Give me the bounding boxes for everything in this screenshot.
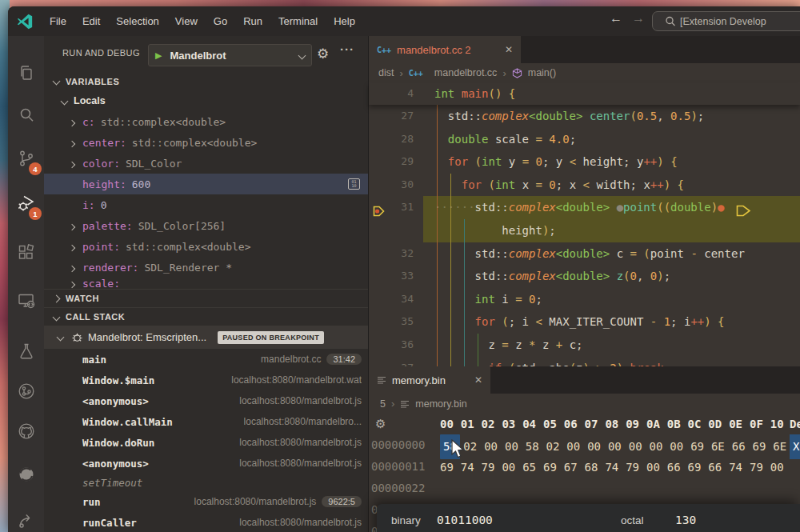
code-editor[interactable]: 27 std::complex<double> center(0.5, 0.5)… <box>369 105 800 366</box>
stack-frame[interactable]: <anonymous>localhost:8080/mandelbrot.js <box>44 453 368 474</box>
hex-byte[interactable]: 00 <box>566 436 587 458</box>
hex-byte[interactable]: 69 <box>543 457 564 478</box>
hex-byte[interactable]: 00 <box>502 457 522 478</box>
chevron-right-icon[interactable] <box>70 116 82 128</box>
hex-byte[interactable]: 00 <box>670 436 690 458</box>
hex-byte[interactable]: 69 <box>440 457 461 478</box>
hex-byte[interactable]: 66 <box>732 436 753 458</box>
stack-frame[interactable]: mainmandelbrot.cc31:42 <box>44 349 368 370</box>
activity-remote-explorer-icon[interactable] <box>8 282 44 319</box>
menu-selection[interactable]: Selection <box>108 12 166 30</box>
menu-edit[interactable]: Edit <box>74 12 108 30</box>
code-line[interactable]: 30 for (int x = 0; x < width; x++) { <box>369 174 800 197</box>
chevron-right-icon[interactable] <box>70 158 82 170</box>
activity-explorer-icon[interactable] <box>8 54 44 91</box>
activity-search-icon[interactable] <box>8 97 44 134</box>
hex-settings-gear-icon[interactable]: ⚙ <box>375 414 386 434</box>
variable-row[interactable]: height:6000110 <box>44 174 368 194</box>
stack-frame[interactable]: Window.doRunlocalhost:8080/mandelbrot.js <box>44 432 368 453</box>
sticky-scroll-line[interactable]: 4int main() { <box>369 82 800 105</box>
hex-byte[interactable]: 68 <box>585 457 606 478</box>
hex-byte[interactable]: 67 <box>564 457 585 478</box>
hex-byte[interactable]: 02 <box>546 436 567 458</box>
activity-run-debug-icon[interactable]: 1 <box>8 185 44 222</box>
hex-byte[interactable]: 00 <box>629 436 650 458</box>
close-icon[interactable]: ✕ <box>474 374 482 386</box>
scope-locals-row[interactable]: Locals <box>44 90 368 111</box>
hex-row[interactable]: 00000000580200005802000000000000696E6669… <box>369 434 800 456</box>
hex-byte[interactable]: 00 <box>650 436 670 458</box>
hex-byte[interactable]: 74 <box>461 457 482 478</box>
activity-browser-preview-icon[interactable] <box>8 456 44 493</box>
menu-terminal[interactable]: Terminal <box>270 12 326 30</box>
tab-mandelbrot-cc[interactable]: C++ mandelbrot.cc 2 ✕ <box>369 36 521 63</box>
code-line[interactable]: 33 std::complex<double> z(0, 0); <box>369 265 800 288</box>
menu-file[interactable]: File <box>42 12 74 30</box>
watch-section-header[interactable]: WATCH <box>44 289 368 307</box>
variable-row[interactable]: color:SDL_Color <box>44 153 368 174</box>
variables-section-header[interactable]: VARIABLES <box>44 72 368 90</box>
hex-byte[interactable]: 6E <box>711 436 732 458</box>
command-center-search[interactable]: [Extension Develop <box>652 11 800 31</box>
debug-session-row[interactable]: Mandelbrot: Emscripten... PAUSED ON BREA… <box>44 326 368 349</box>
hex-byte[interactable]: 79 <box>482 457 502 478</box>
code-line[interactable]: 29 for (int y = 0; y < height; y++) { <box>369 150 800 174</box>
breadcrumb-folder[interactable]: dist <box>378 67 394 78</box>
variable-row[interactable]: c:std::complex<double> <box>44 111 368 132</box>
hex-byte[interactable]: 74 <box>605 457 626 478</box>
callstack-section-header[interactable]: CALL STACK <box>44 307 368 326</box>
breadcrumb-file[interactable]: mandelbrot.cc <box>434 67 498 78</box>
hex-byte[interactable]: 79 <box>626 457 646 478</box>
menu-run[interactable]: Run <box>235 12 270 30</box>
close-icon[interactable]: ✕ <box>505 44 513 55</box>
chevron-right-icon[interactable] <box>70 137 82 149</box>
variable-row[interactable]: i:0 <box>44 194 368 215</box>
activity-testing-icon[interactable] <box>8 333 44 370</box>
stack-frame[interactable]: setTimeout <box>44 474 368 491</box>
hex-byte[interactable]: 00 <box>484 436 505 458</box>
code-line[interactable]: 27 std::complex<double> center(0.5, 0.5)… <box>369 105 800 128</box>
hex-row[interactable]: 00000022 <box>369 478 800 499</box>
activity-live-share-icon[interactable] <box>8 501 44 532</box>
hex-byte[interactable]: 00 <box>770 457 791 478</box>
hex-byte[interactable]: 00 <box>587 436 608 458</box>
code-line[interactable]: 36 z = z * z + c; <box>369 334 800 357</box>
chevron-right-icon[interactable] <box>70 278 82 289</box>
stack-frame[interactable]: Window.callMainlocalhost:8080/mandelbro.… <box>44 411 368 432</box>
code-line[interactable]: 31······std::complex<double> ●point((dou… <box>369 196 800 219</box>
menu-go[interactable]: Go <box>206 12 235 30</box>
tab-memory-bin[interactable]: memory.bin ✕ <box>369 366 490 394</box>
activity-github-pr-icon[interactable] <box>8 373 44 410</box>
hex-byte[interactable]: 00 <box>608 436 629 458</box>
stack-frame[interactable]: runlocalhost:8080/mandelbrot.js9622:5 <box>44 491 368 512</box>
chevron-right-icon[interactable] <box>70 241 82 253</box>
stack-frame[interactable]: <anonymous>localhost:8080/mandelbrot.js <box>44 390 368 411</box>
code-line[interactable]: 28 double scale = 4.0; <box>369 128 800 151</box>
memory-reference[interactable]: 5 <box>380 398 386 410</box>
hex-byte[interactable]: 74 <box>729 457 750 478</box>
forward-arrow-icon[interactable]: → <box>632 11 645 26</box>
activity-source-control-icon[interactable]: 4 <box>8 140 44 177</box>
code-line[interactable]: 37 if (std::abs(z) > 2) break; <box>369 357 800 366</box>
code-line[interactable]: 32 std::complex<double> c = (point - cen… <box>369 242 800 266</box>
code-line[interactable]: height); <box>369 219 800 242</box>
hex-byte[interactable]: 00 <box>505 436 526 458</box>
menu-view[interactable]: View <box>167 12 206 30</box>
menu-help[interactable]: Help <box>326 12 363 30</box>
hex-byte[interactable]: 69 <box>690 436 711 458</box>
hex-byte[interactable]: 69 <box>688 457 709 478</box>
panel-breadcrumb-file[interactable]: memory.bin <box>415 398 466 410</box>
variable-row[interactable]: palette:SDL_Color[256] <box>44 215 368 236</box>
breadcrumb-symbol[interactable]: main() <box>528 67 556 78</box>
hex-byte[interactable]: 66 <box>667 457 688 478</box>
hex-byte[interactable]: 79 <box>750 457 770 478</box>
launch-config-dropdown[interactable]: ▶ Mandelbrot <box>148 44 312 66</box>
hex-byte[interactable]: 65 <box>522 457 543 478</box>
hex-byte[interactable]: 58 <box>526 436 546 458</box>
debug-settings-gear-icon[interactable]: ⚙ <box>317 46 329 62</box>
variable-row[interactable]: center:std::complex<double> <box>44 132 368 153</box>
code-line[interactable]: 35 for (; i < MAX_ITER_COUNT - 1; i++) { <box>369 310 800 334</box>
code-line[interactable]: 4int main() { <box>369 82 800 105</box>
stack-frame[interactable]: Window.$mainlocalhost:8080/mandelbrot.wa… <box>44 370 368 390</box>
hex-byte[interactable]: 00 <box>646 457 667 478</box>
